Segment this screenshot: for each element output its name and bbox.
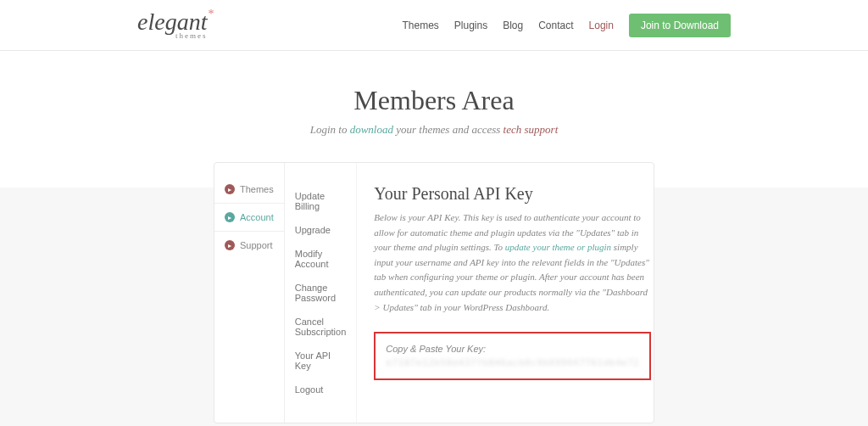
- sidebar-item-account[interactable]: ▸ Account: [214, 203, 284, 232]
- hero: Members Area Login to download your them…: [0, 51, 868, 162]
- subnav-change-password[interactable]: Change Password: [295, 276, 347, 310]
- subnav-logout[interactable]: Logout: [295, 378, 347, 401]
- sidebar-item-label: Account: [240, 212, 274, 222]
- content-heading: Your Personal API Key: [374, 184, 651, 204]
- nav-login[interactable]: Login: [589, 20, 614, 31]
- nav-plugins[interactable]: Plugins: [454, 20, 487, 31]
- site-header: elegant* themes Themes Plugins Blog Cont…: [0, 0, 868, 51]
- members-panel: ▸ Themes ▸ Account ▸ Support Update Bill…: [214, 162, 654, 423]
- asterisk-icon: *: [208, 8, 214, 20]
- nav-themes[interactable]: Themes: [402, 20, 438, 31]
- key-label: Copy & Paste Your Key:: [386, 344, 639, 354]
- download-link[interactable]: download: [350, 123, 393, 136]
- update-theme-link[interactable]: update your theme or plugin: [505, 242, 611, 252]
- arrow-icon: ▸: [225, 184, 235, 194]
- main-nav: Themes Plugins Blog Contact Login Join t…: [402, 14, 731, 37]
- logo[interactable]: elegant* themes: [137, 10, 207, 40]
- page-title: Members Area: [0, 85, 868, 116]
- subnav-update-billing[interactable]: Update Billing: [295, 184, 347, 218]
- sidebar-item-support[interactable]: ▸ Support: [214, 232, 284, 259]
- account-subnav: Update Billing Upgrade Modify Account Ch…: [285, 163, 358, 423]
- page-subtitle: Login to download your themes and access…: [0, 123, 868, 137]
- sidebar-item-label: Themes: [240, 184, 274, 194]
- nav-blog[interactable]: Blog: [503, 20, 523, 31]
- join-button[interactable]: Join to Download: [629, 14, 731, 37]
- api-key-box: Copy & Paste Your Key: e7187e12b58e437fb…: [374, 332, 651, 380]
- sidebar-item-themes[interactable]: ▸ Themes: [214, 176, 284, 203]
- key-value[interactable]: e7187e12b58e437fb846acb0c9b099047761db4e…: [386, 357, 639, 368]
- subnav-modify-account[interactable]: Modify Account: [295, 242, 347, 276]
- subnav-cancel-subscription[interactable]: Cancel Subscription: [295, 310, 347, 344]
- tech-support-link[interactable]: tech support: [504, 123, 559, 136]
- subnav-upgrade[interactable]: Upgrade: [295, 218, 347, 242]
- sidebar-item-label: Support: [240, 240, 273, 250]
- content: Your Personal API Key Below is your API …: [357, 163, 668, 423]
- arrow-icon: ▸: [225, 240, 235, 250]
- sidebar: ▸ Themes ▸ Account ▸ Support: [214, 163, 285, 423]
- nav-contact[interactable]: Contact: [538, 20, 573, 31]
- subnav-api-key[interactable]: Your API Key: [295, 344, 347, 378]
- content-description: Below is your API Key. This key is used …: [374, 210, 651, 315]
- arrow-icon: ▸: [225, 212, 235, 222]
